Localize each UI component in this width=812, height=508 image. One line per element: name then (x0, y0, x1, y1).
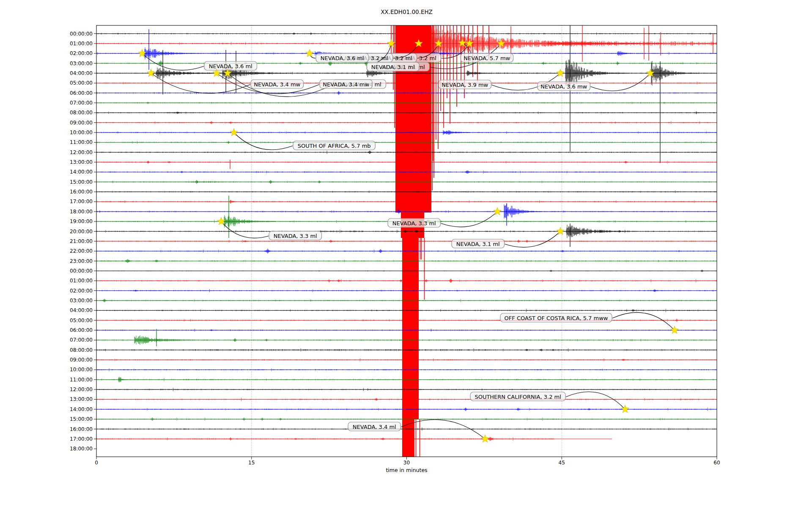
event-connector (566, 392, 625, 409)
y-tick-label: 01:00:00 (70, 278, 93, 284)
y-tick-label: 23:00:00 (70, 258, 93, 264)
y-tick-label: 09:00:00 (70, 120, 93, 126)
plot-area: 00:00:0001:00:0002:00:0003:00:0004:00:00… (0, 0, 812, 508)
y-tick-label: 06:00:00 (70, 90, 93, 96)
event-label: NEVADA, 3.9 mw (442, 82, 488, 88)
event-annotation: NEVADA, 3.3 ml (221, 221, 322, 240)
event-label: NEVADA, 3.6 ml (209, 63, 252, 69)
y-tick-label: 13:00:00 (70, 396, 93, 402)
event-label: NEVADA, 3.4 mw (323, 81, 369, 88)
y-tick-label: 05:00:00 (70, 80, 93, 86)
x-axis: 015304560 (95, 457, 720, 466)
trace-burst (367, 151, 372, 154)
event-annotation: SOUTH OF AFRICA, 5.7 mb (234, 133, 375, 150)
y-tick-label: 04:00:00 (70, 307, 93, 313)
event-connector (234, 133, 293, 150)
y-tick-label: 03:00:00 (70, 298, 93, 304)
y-tick-label: 16:00:00 (70, 189, 93, 195)
x-tick-label: 0 (95, 460, 98, 466)
trace-burst (147, 102, 149, 104)
event-label: NEVADA, 3.4 mw (254, 81, 300, 88)
event-label: NEVADA, 3.6 mw (540, 83, 587, 90)
y-tick-label: 20:00:00 (70, 229, 93, 235)
event-annotation: SOUTHERN CALIFORNIA, 3.2 ml (470, 392, 625, 409)
y-tick-label: 08:00:00 (70, 347, 93, 353)
event-annotation: NEVADA, 3.6 ml (142, 53, 257, 70)
y-tick-label: 16:00:00 (70, 426, 93, 432)
trace-burst (622, 359, 625, 361)
y-tick-label: 17:00:00 (70, 199, 93, 204)
trace-burst (443, 130, 470, 135)
y-tick-label: 11:00:00 (70, 377, 93, 383)
event-star-icon (147, 69, 155, 77)
y-tick-label: 18:00:00 (70, 209, 93, 215)
event-connector (612, 312, 675, 330)
trace-row (96, 437, 612, 441)
y-tick-label: 15:00:00 (70, 179, 93, 185)
x-axis-label: time in minutes (96, 467, 717, 473)
y-tick-label: 07:00:00 (70, 337, 93, 343)
y-tick-label: 00:00:00 (70, 268, 93, 274)
event-star-icon (217, 217, 225, 225)
y-tick-label: 19:00:00 (70, 218, 93, 224)
y-tick-label: 17:00:00 (70, 436, 93, 442)
event-blob-rect (402, 419, 414, 457)
event-annotation: NEVADA, 3.6 mw (538, 73, 650, 91)
y-tick-label: 12:00:00 (70, 387, 93, 392)
event-label: NEVADA, 3.3 ml (392, 220, 436, 226)
trace-burst (675, 319, 678, 322)
y-axis: 00:00:0001:00:0002:00:0003:00:0004:00:00… (70, 31, 96, 452)
y-tick-label: 02:00:00 (70, 288, 93, 294)
y-tick-label: 14:00:00 (70, 169, 93, 175)
event-label: NEVADA, 3.1 ml (456, 241, 500, 247)
y-tick-label: 15:00:00 (70, 416, 93, 422)
trace-burst (210, 329, 213, 331)
y-tick-label: 04:00:00 (70, 70, 93, 76)
event-label: NEVADA, 3.4 ml (353, 424, 396, 430)
event-label: SOUTHERN CALIFORNIA, 3.2 ml (475, 394, 561, 400)
y-tick-label: 14:00:00 (70, 406, 93, 412)
event-annotation: NEVADA, 3.4 ml (348, 420, 485, 439)
seismogram-figure: XX.EDH01.00.EHZ 00:00:0001:00:0002:00:00… (0, 0, 812, 508)
event-connector (591, 73, 651, 91)
y-tick-label: 10:00:00 (70, 130, 93, 135)
y-tick-label: 03:00:00 (70, 61, 93, 66)
event-label: NEVADA, 3.1 ml (371, 64, 415, 70)
y-tick-label: 12:00:00 (70, 149, 93, 155)
event-star-icon (230, 128, 238, 136)
trace-burst (631, 309, 635, 312)
event-annotation: NEVADA, 3.6 ml (310, 53, 369, 62)
x-tick-label: 30 (403, 460, 410, 466)
event-annotation: OFF COAST OF COSTA RICA, 5.7 mww (500, 312, 675, 330)
event-label: NEVADA, 3.3 ml (274, 233, 317, 239)
y-tick-label: 18:00:00 (70, 446, 93, 452)
y-tick-label: 09:00:00 (70, 357, 93, 363)
y-tick-label: 05:00:00 (70, 318, 93, 323)
event-label: OFF COAST OF COSTA RICA, 5.7 mww (505, 315, 608, 321)
event-label: NEVADA, 3.6 ml (321, 55, 364, 61)
event-annotation: NEVADA, 3.1 ml (452, 232, 560, 248)
event-blob-rect (402, 238, 419, 419)
y-tick-label: 21:00:00 (70, 238, 93, 244)
event-label: SOUTH OF AFRICA, 5.7 mb (298, 143, 371, 149)
y-tick-label: 00:00:00 (70, 31, 93, 37)
y-tick-label: 11:00:00 (70, 139, 93, 145)
trace-burst (176, 112, 179, 114)
y-tick-label: 02:00:00 (70, 50, 93, 56)
y-tick-label: 13:00:00 (70, 159, 93, 165)
event-star-icon (481, 435, 489, 442)
x-tick-label: 15 (248, 460, 255, 466)
y-tick-label: 06:00:00 (70, 327, 93, 333)
y-tick-label: 01:00:00 (70, 41, 93, 47)
y-tick-label: 10:00:00 (70, 367, 93, 373)
trace-burst (227, 141, 230, 144)
y-tick-label: 07:00:00 (70, 100, 93, 106)
x-tick-label: 60 (713, 460, 720, 466)
y-tick-label: 22:00:00 (70, 248, 93, 254)
event-connector (142, 53, 204, 70)
event-label: NEVADA, 5.7 mw (464, 55, 510, 61)
event-star-icon (647, 69, 655, 77)
x-tick-label: 45 (559, 460, 565, 466)
y-tick-label: 08:00:00 (70, 110, 93, 116)
event-connector (505, 232, 561, 248)
